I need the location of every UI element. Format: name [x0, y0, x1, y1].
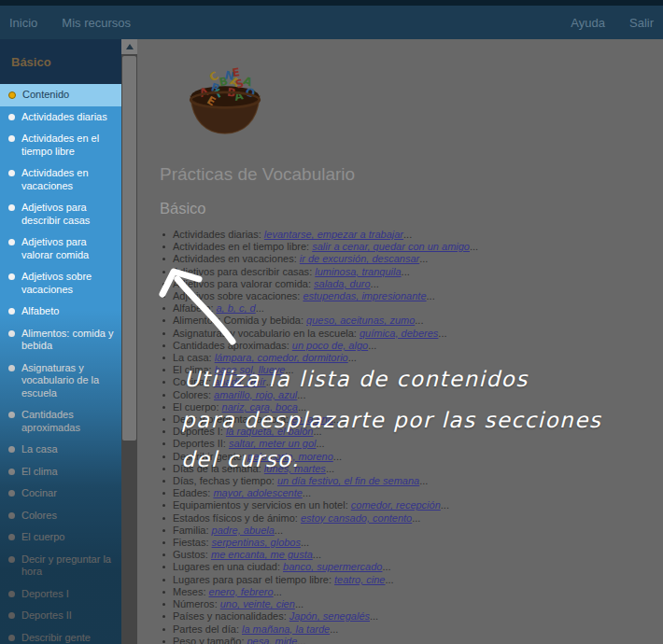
nav-link-inicio[interactable]: Inicio — [9, 16, 37, 30]
sidebar-item-adjetivos-sobre-vacaciones[interactable]: Adjetivos sobre vacaciones — [0, 266, 121, 301]
sidebar-level-header: Básico — [0, 39, 121, 84]
sidebar-item-el-clima[interactable]: El clima — [0, 461, 121, 483]
topic-example-links[interactable]: serpentinas, globos — [212, 537, 301, 548]
topic-example-links[interactable]: química, deberes — [360, 328, 438, 339]
sidebar-item-label: Actividades diarias — [21, 111, 107, 124]
sidebar-item-asignaturas-y-vocabulario-de-la-escuela[interactable]: Asignaturas y vocabulario de la escuela — [0, 357, 121, 405]
sidebar-item-actividades-en-el-tiempo-libre[interactable]: Actividades en el tiempo libre — [0, 128, 121, 162]
topic-example-links[interactable]: estupendas, impresionante — [303, 290, 426, 301]
nav-link-salir[interactable]: Salir — [629, 16, 654, 30]
topic-example-links[interactable]: lámpara, comedor, dormitorio — [215, 352, 348, 363]
topic-example-links[interactable]: a, b, c, d — [217, 302, 256, 314]
sidebar-item-label: Actividades en el tiempo libre — [21, 133, 116, 158]
topic-label: Actividades en el tiempo libre — [173, 241, 306, 252]
sidebar-item-la-casa[interactable]: La casa — [0, 439, 121, 461]
vocab-topic-row: Cantidades aproximadas: un poco de, algo… — [160, 340, 654, 352]
topic-ellipsis: ... — [330, 623, 338, 635]
topic-label: Peso y tamaño — [173, 636, 241, 644]
scrollbar-up-button[interactable] — [121, 39, 137, 54]
topic-example-links[interactable]: padre, abuela — [212, 525, 275, 536]
sidebar-item-label: Deportes I — [21, 588, 69, 601]
bullet-icon — [8, 273, 15, 280]
topic-ellipsis: ... — [274, 586, 282, 597]
topic-ellipsis: ... — [317, 438, 325, 449]
topic-example-links[interactable]: comedor, recepción — [351, 499, 441, 511]
bullet-icon — [8, 412, 15, 418]
topic-example-links[interactable]: me encanta, me gusta — [211, 549, 313, 560]
scrollbar-thumb[interactable] — [122, 56, 136, 441]
sidebar-item-label: Cantidades aproximadas — [21, 409, 116, 434]
topic-label: Meses — [173, 586, 203, 597]
sidebar-item-label: El clima — [21, 466, 58, 479]
topic-ellipsis: ... — [326, 463, 334, 474]
topic-ellipsis: ... — [402, 266, 410, 277]
bullet-icon — [8, 591, 15, 597]
sidebar-item-contenido[interactable]: Contenido — [0, 84, 121, 106]
topic-example-links[interactable]: un día festivo, el fin de semana — [277, 475, 419, 486]
topic-example-links[interactable]: luminosa, tranquila — [315, 266, 401, 277]
vocab-topic-row: Equipamientos y servicios en un hotel: c… — [160, 499, 654, 511]
tutorial-text-line-3: del curso. — [181, 447, 300, 471]
nav-link-ayuda[interactable]: Ayuda — [571, 16, 605, 30]
topic-example-links[interactable]: salada, duro — [314, 278, 371, 289]
topic-example-links[interactable]: un poco de, algo — [292, 340, 368, 351]
topic-example-links[interactable]: queso, aceitunas, zumo — [306, 315, 415, 326]
sidebar-item-cantidades-aproximadas[interactable]: Cantidades aproximadas — [0, 404, 121, 439]
sidebar-scrollbar[interactable] — [121, 39, 137, 644]
topic-example-links[interactable]: estoy cansado, contento — [301, 512, 412, 524]
topic-ellipsis: ... — [333, 451, 342, 462]
topic-label: Gustos — [173, 549, 205, 560]
topic-ellipsis: ... — [438, 328, 446, 339]
topic-example-links[interactable]: uno, veinte, cien — [220, 598, 295, 609]
sidebar-item-label: Alimentos: comida y bebida — [21, 328, 116, 353]
sidebar-item-adjetivos-para-describir-casas[interactable]: Adjetivos para describir casas — [0, 197, 121, 231]
sidebar-item-adjetivos-para-valorar-comida[interactable]: Adjetivos para valorar comida — [0, 231, 121, 266]
sidebar-item-label: Deportes II — [21, 609, 72, 623]
vocab-topic-row: La casa: lámpara, comedor, dormitorio... — [160, 352, 654, 364]
sidebar-item-decir-y-preguntar-la-hora[interactable]: Decir y preguntar la hora — [0, 549, 121, 583]
vocab-topic-row: Adjetivos para describir casas: luminosa… — [160, 266, 654, 278]
sidebar-item-list: ContenidoActividades diariasActividades … — [0, 84, 121, 644]
vocab-topic-row: Lugares en una ciudad: banco, supermerca… — [160, 561, 654, 573]
sidebar-item-actividades-diarias[interactable]: Actividades diarias — [0, 106, 121, 129]
topic-example-links[interactable]: ir de excursión, descansar — [300, 253, 419, 264]
nav-link-mis-recursos[interactable]: Mis recursos — [62, 16, 131, 30]
sidebar-item-alimentos-comida-y-bebida[interactable]: Alimentos: comida y bebida — [0, 323, 121, 357]
sidebar-item-actividades-en-vacaciones[interactable]: Actividades en vacaciones — [0, 162, 121, 197]
topic-label: Estados físicos y de ánimo — [173, 512, 295, 524]
sidebar-item-cocinar[interactable]: Cocinar — [0, 483, 121, 505]
topic-example-links[interactable]: pesa, mide — [247, 636, 298, 644]
topic-ellipsis: ... — [403, 229, 412, 240]
topic-example-links[interactable]: levantarse, empezar a trabajar — [264, 229, 403, 240]
tutorial-text-line-1: Utiliza la lista de contenidos — [184, 367, 529, 391]
topic-ellipsis: ... — [297, 636, 305, 644]
topic-example-links[interactable]: Japón, senegalés — [289, 610, 370, 622]
vocab-topic-row: Actividades en el tiempo libre: salir a … — [160, 241, 654, 253]
topic-label: Lugares en una ciudad — [173, 561, 277, 572]
sidebar-item-colores[interactable]: Colores — [0, 505, 121, 527]
sidebar-item-deportes-ii[interactable]: Deportes II — [0, 605, 121, 627]
sidebar-item-describir-gente[interactable]: Describir gente — [0, 627, 121, 644]
contents-sidebar: Básico ContenidoActividades diariasActiv… — [0, 39, 121, 644]
sidebar-item-label: Cocinar — [21, 487, 57, 500]
topic-example-links[interactable]: teatro, cine — [334, 574, 385, 585]
sidebar-item-label: Adjetivos para describir casas — [21, 202, 116, 227]
topic-label: Números — [173, 598, 215, 609]
topic-example-links[interactable]: banco, supermercado — [283, 561, 382, 572]
sidebar-item-label: Adjetivos para valorar comida — [21, 236, 116, 261]
sidebar-item-alfabeto[interactable]: Alfabeto — [0, 301, 121, 323]
bullet-icon — [8, 635, 15, 641]
topic-ellipsis: ... — [385, 574, 393, 585]
topic-example-links[interactable]: la mañana, la tarde — [242, 623, 330, 635]
topic-example-links[interactable]: enero, febrero — [209, 586, 274, 597]
topic-example-links[interactable]: mayor, adolescente — [213, 487, 302, 498]
vocab-topic-row: Peso y tamaño: pesa, mide... — [160, 636, 654, 644]
topic-label: Alimentos: Comida y bebida — [173, 315, 301, 326]
sidebar-item-deportes-i[interactable]: Deportes I — [0, 583, 121, 606]
bullet-icon — [8, 170, 15, 176]
sidebar-item-el-cuerpo[interactable]: El cuerpo — [0, 526, 121, 549]
topic-label: Alfabeto — [173, 302, 210, 314]
topic-example-links[interactable]: salir a cenar, quedar con un amigo — [312, 241, 470, 252]
bullet-icon — [8, 490, 15, 497]
sidebar-item-label: Actividades en vacaciones — [21, 167, 116, 192]
